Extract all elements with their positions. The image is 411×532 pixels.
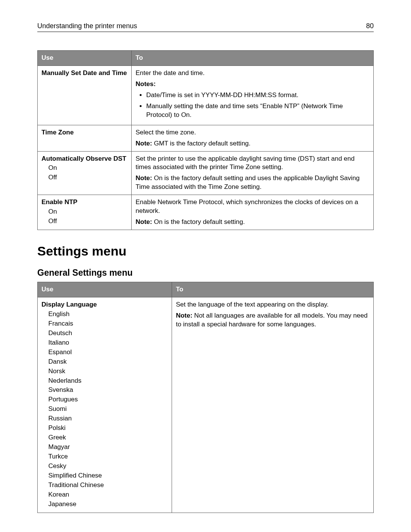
row1-note: Note: GMT is the factory default setting… [135, 139, 370, 148]
row0-note-1: Manually setting the date and time sets … [146, 102, 370, 120]
row3-option-off: Off [48, 217, 127, 226]
row3-title: Enable NTP [41, 198, 127, 207]
row0-notes-label: Notes: [135, 80, 370, 89]
lang-norsk: Norsk [48, 367, 168, 376]
subsection-title: General Settings menu [37, 268, 374, 278]
row3-options: On Off [48, 208, 127, 226]
row0-title: Manually Set Date and Time [41, 69, 127, 77]
table-row: Manually Set Date and Time Enter the dat… [38, 66, 374, 125]
lang-traditional-chinese: Traditional Chinese [48, 481, 168, 490]
lang-turkce: Turkce [48, 452, 168, 461]
row3-note-text: On is the factory default setting. [152, 218, 245, 225]
date-time-menu-table: Use To Manually Set Date and Time Enter … [37, 50, 374, 230]
row1-lead: Select the time zone. [135, 128, 370, 137]
lang-nederlands: Nederlands [48, 377, 168, 385]
page-number: 80 [366, 22, 374, 30]
lang-greek: Greek [48, 433, 168, 442]
display-language-note: Note: Not all languages are available fo… [176, 312, 370, 329]
language-list: English Francais Deutsch Italiano Espano… [48, 310, 168, 509]
lang-english: English [48, 310, 168, 319]
lang-italiano: Italiano [48, 339, 168, 347]
section-title: Settings menu [37, 244, 374, 259]
row1-note-label: Note: [135, 140, 152, 147]
display-language-lead: Set the language of the text appearing o… [176, 300, 370, 309]
row1-note-text: GMT is the factory default setting. [152, 140, 251, 147]
header-title: Understanding the printer menus [37, 22, 137, 30]
lang-polski: Polski [48, 424, 168, 433]
lang-suomi: Suomi [48, 405, 168, 414]
row2-title: Automatically Observe DST [41, 155, 127, 163]
lang-dansk: Dansk [48, 358, 168, 366]
general-settings-table: Use To Display Language English Francais… [37, 282, 374, 513]
row2-note: Note: On is the factory default setting … [135, 174, 370, 192]
display-language-note-label: Note: [176, 312, 192, 319]
table-row: Automatically Observe DST On Off Set the… [38, 151, 374, 195]
row1-title: Time Zone [41, 129, 74, 136]
display-language-note-text: Not all languages are available for all … [176, 312, 368, 328]
row2-options: On Off [48, 164, 127, 182]
lang-francais: Francais [48, 320, 168, 328]
lang-korean: Korean [48, 490, 168, 499]
table-row: Time Zone Select the time zone. Note: GM… [38, 125, 374, 151]
lang-russian: Russian [48, 414, 168, 423]
table-row: Enable NTP On Off Enable Network Time Pr… [38, 195, 374, 230]
row0-lead: Enter the date and time. [135, 69, 370, 78]
row0-notes-list: Date/Time is set in YYYY-MM-DD HH:MM:SS … [135, 91, 370, 120]
row2-option-on: On [48, 164, 127, 173]
display-language-title: Display Language [41, 300, 168, 309]
lang-simplified-chinese: Simplified Chinese [48, 471, 168, 480]
table-row: Display Language English Francais Deutsc… [38, 297, 374, 513]
lang-japanese: Japanese [48, 500, 168, 509]
table1-header-use: Use [38, 51, 132, 66]
page-header: Understanding the printer menus 80 [37, 22, 374, 32]
table2-header-use: Use [38, 282, 172, 297]
row3-option-on: On [48, 208, 127, 216]
page: Understanding the printer menus 80 Use T… [0, 0, 411, 532]
row0-note-0: Date/Time is set in YYYY-MM-DD HH:MM:SS … [146, 91, 370, 100]
row2-note-text: On is the factory default setting and us… [135, 174, 360, 190]
row3-note-label: Note: [135, 218, 152, 225]
table1-header-to: To [132, 51, 374, 66]
row3-lead: Enable Network Time Protocol, which sync… [135, 198, 370, 216]
lang-cesky: Cesky [48, 462, 168, 471]
row3-note: Note: On is the factory default setting. [135, 218, 370, 227]
row2-note-label: Note: [135, 174, 152, 182]
table2-header-to: To [172, 282, 374, 297]
lang-portugues: Portugues [48, 395, 168, 404]
lang-espanol: Espanol [48, 348, 168, 357]
row2-lead: Set the printer to use the applicable da… [135, 155, 370, 172]
lang-svenska: Svenska [48, 386, 168, 395]
lang-deutsch: Deutsch [48, 329, 168, 338]
lang-magyar: Magyar [48, 443, 168, 452]
row2-option-off: Off [48, 173, 127, 182]
